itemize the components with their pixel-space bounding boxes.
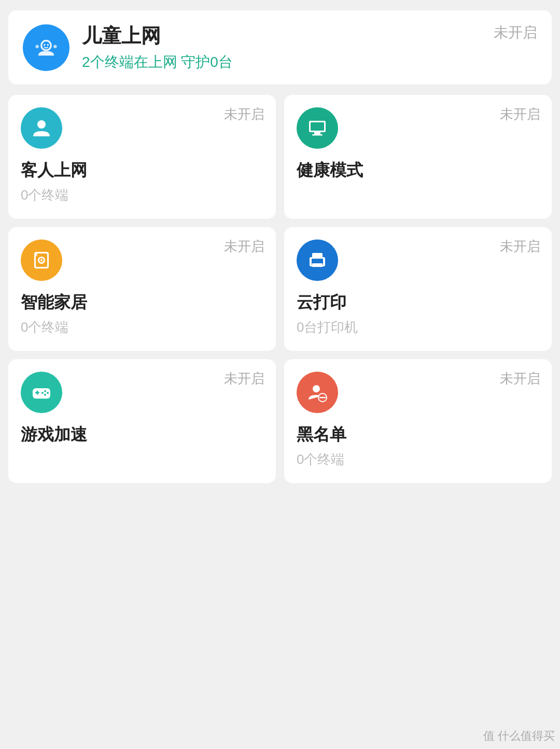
card-game[interactable]: 未开启 游戏加速	[8, 359, 276, 483]
card-cloudprint[interactable]: 未开启 云打印 0台打印机	[284, 227, 552, 351]
card-cloudprint-status: 未开启	[500, 237, 540, 256]
health-icon	[297, 107, 338, 149]
top-card-title: 儿童上网	[82, 23, 233, 49]
top-card-status: 未开启	[494, 23, 537, 43]
card-guest-status: 未开启	[224, 105, 264, 123]
svg-rect-19	[312, 263, 323, 267]
cloudprint-icon	[297, 239, 338, 281]
card-blacklist[interactable]: 未开启 黑名单 0个终端	[284, 359, 552, 483]
top-card[interactable]: 儿童上网 2个终端在上网 守护0台 未开启	[8, 10, 552, 84]
card-blacklist-title: 黑名单	[297, 423, 539, 446]
svg-point-28	[41, 392, 44, 394]
svg-point-21	[321, 259, 323, 261]
svg-point-4	[35, 45, 39, 48]
svg-point-5	[53, 45, 57, 48]
card-game-status: 未开启	[224, 370, 264, 388]
top-card-info: 儿童上网 2个终端在上网 守护0台	[82, 23, 233, 72]
card-guest[interactable]: 未开启 客人上网 0个终端	[8, 95, 276, 219]
card-cloudprint-title: 云打印	[297, 291, 539, 314]
card-smarthome[interactable]: 未开启 智能家居 0个终端	[8, 227, 276, 351]
card-blacklist-sub: 0个终端	[297, 450, 539, 469]
svg-rect-10	[312, 134, 323, 136]
card-smarthome-status: 未开启	[224, 237, 264, 256]
top-card-subtitle: 2个终端在上网 守护0台	[82, 52, 233, 72]
svg-rect-24	[37, 391, 38, 395]
svg-point-25	[44, 390, 46, 392]
card-blacklist-status: 未开启	[500, 370, 540, 388]
svg-point-2	[44, 44, 45, 45]
svg-rect-9	[314, 132, 320, 134]
svg-point-3	[47, 44, 49, 45]
children-internet-icon	[23, 24, 69, 71]
svg-point-26	[47, 392, 49, 394]
card-health-title: 健康模式	[297, 159, 539, 182]
svg-rect-8	[311, 122, 324, 131]
game-icon	[21, 372, 62, 413]
svg-point-29	[313, 385, 320, 392]
svg-point-27	[44, 394, 46, 396]
feature-grid: 未开启 客人上网 0个终端 未开启 健康模式 未开启	[8, 95, 552, 483]
svg-rect-20	[312, 253, 323, 258]
svg-point-15	[40, 259, 43, 261]
card-guest-title: 客人上网	[21, 159, 263, 182]
card-health[interactable]: 未开启 健康模式	[284, 95, 552, 219]
card-smarthome-sub: 0个终端	[21, 318, 263, 336]
card-cloudprint-sub: 0台打印机	[297, 318, 539, 336]
card-health-status: 未开启	[500, 105, 540, 123]
svg-rect-16	[35, 253, 37, 256]
guest-icon	[21, 107, 62, 149]
card-guest-sub: 0个终端	[21, 186, 263, 204]
card-game-title: 游戏加速	[21, 423, 263, 446]
blacklist-icon	[297, 372, 338, 413]
smarthome-icon	[21, 239, 62, 281]
svg-point-6	[37, 120, 46, 129]
card-smarthome-title: 智能家居	[21, 291, 263, 314]
